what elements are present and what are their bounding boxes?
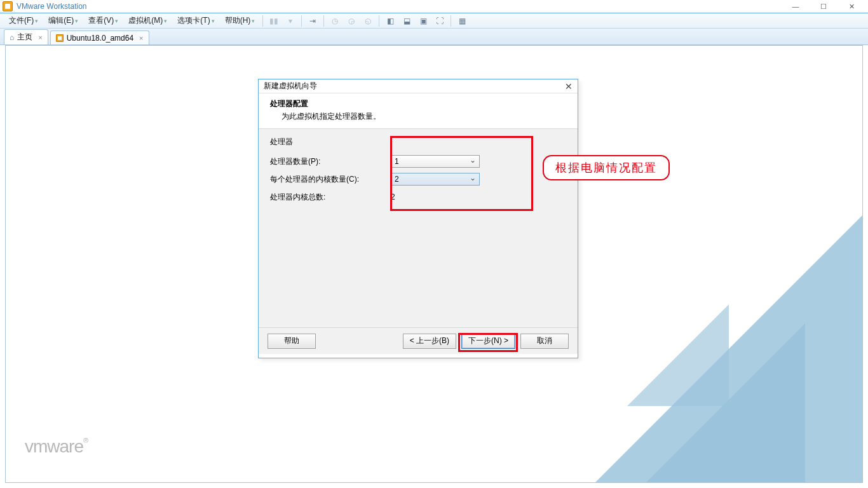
group-label-processors: 处理器 — [270, 137, 566, 147]
decor-triangle — [576, 196, 863, 483]
next-button[interactable]: 下一步(N) > — [461, 334, 515, 349]
maximize-button[interactable]: ☐ — [810, 0, 837, 13]
annotation-callout: 根据电脑情况配置 — [543, 155, 670, 180]
menu-vm[interactable]: 虚拟机(M)▾ — [123, 14, 172, 27]
label-processor-count: 处理器数量(P): — [270, 156, 391, 167]
window-titlebar: VMware Workstation — ☐ ✕ — [0, 0, 868, 13]
snapshot-icon: ◷ — [328, 15, 342, 27]
vm-icon — [56, 34, 64, 42]
dialog-footer: 帮助 < 上一步(B) 下一步(N) > 取消 — [259, 327, 578, 354]
split-left-icon[interactable]: ◧ — [383, 15, 397, 27]
tabstrip: ⌂ 主页 × Ubuntu18.0_amd64 × — [0, 29, 868, 45]
tab-vm-ubuntu[interactable]: Ubuntu18.0_amd64 × — [50, 30, 149, 44]
fullscreen-icon[interactable]: ⛶ — [433, 15, 447, 27]
menu-edit[interactable]: 编辑(E)▾ — [43, 14, 83, 27]
tab-vm-label: Ubuntu18.0_amd64 — [67, 34, 133, 43]
window-title: VMware Workstation — [17, 2, 86, 11]
dialog-header-title: 处理器配置 — [270, 98, 566, 109]
library-icon[interactable]: ▦ — [455, 15, 469, 27]
close-button[interactable]: ✕ — [837, 0, 865, 13]
value-total-cores: 2 — [391, 193, 480, 201]
menu-tabs[interactable]: 选项卡(T)▾ — [172, 14, 219, 27]
manage-snapshot-icon: ◵ — [361, 15, 375, 27]
label-cores-per-processor: 每个处理器的内核数量(C): — [270, 174, 391, 185]
dialog-title: 新建虚拟机向导 — [264, 81, 317, 92]
tab-home[interactable]: ⌂ 主页 × — [4, 29, 48, 44]
menu-help[interactable]: 帮助(H)▾ — [220, 14, 261, 27]
help-button[interactable]: 帮助 — [268, 334, 316, 349]
unity-icon[interactable]: ▣ — [416, 15, 430, 27]
menu-view[interactable]: 查看(V)▾ — [83, 14, 123, 27]
menubar: 文件(F)▾ 编辑(E)▾ 查看(V)▾ 虚拟机(M)▾ 选项卡(T)▾ 帮助(… — [0, 13, 868, 29]
dialog-header: 处理器配置 为此虚拟机指定处理器数量。 — [259, 93, 578, 129]
split-bottom-icon[interactable]: ⬓ — [400, 15, 414, 27]
dialog-body: 处理器 处理器数量(P): 1 每个处理器的内核数量(C): 2 处理器内核总数… — [259, 129, 578, 327]
cancel-button[interactable]: 取消 — [520, 334, 569, 349]
combo-processor-count[interactable]: 1 — [391, 155, 480, 168]
close-tab-icon[interactable]: × — [139, 34, 143, 42]
dialog-close-icon[interactable]: ✕ — [565, 81, 573, 92]
home-icon: ⌂ — [10, 33, 14, 42]
pause-icon: ▮▮ — [267, 15, 281, 27]
menu-file[interactable]: 文件(F)▾ — [4, 14, 43, 27]
send-tab-icon[interactable]: ⇥ — [306, 15, 320, 27]
minimize-button[interactable]: — — [782, 0, 810, 13]
dialog-titlebar: 新建虚拟机向导 ✕ — [259, 79, 578, 93]
play-dropdown-icon: ▾ — [283, 15, 297, 27]
combo-cores-per-processor[interactable]: 2 — [391, 173, 480, 186]
close-tab-icon[interactable]: × — [38, 34, 42, 41]
dialog-header-subtitle: 为此虚拟机指定处理器数量。 — [270, 111, 566, 122]
new-vm-wizard-dialog: 新建虚拟机向导 ✕ 处理器配置 为此虚拟机指定处理器数量。 处理器 处理器数量(… — [258, 79, 578, 358]
app-icon — [3, 1, 13, 11]
label-total-cores: 处理器内核总数: — [270, 192, 391, 203]
back-button[interactable]: < 上一步(B) — [403, 334, 456, 349]
revert-icon: ◶ — [344, 15, 358, 27]
vmware-logo: vmware® — [25, 437, 88, 457]
tab-home-label: 主页 — [17, 32, 32, 43]
